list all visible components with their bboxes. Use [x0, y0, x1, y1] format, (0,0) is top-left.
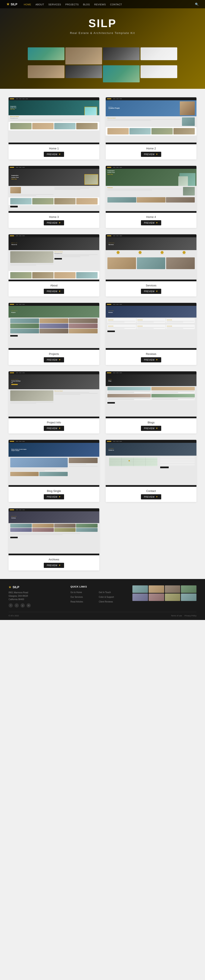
preview-btn-reviews[interactable]: PREVIEW ▼	[141, 357, 161, 363]
nav-link-contact[interactable]: CONTACT	[110, 3, 122, 6]
footer-gallery-item-4	[181, 585, 197, 593]
footer-link-item: Go to Home	[70, 590, 96, 594]
footer-link-item: Get In Touch	[99, 590, 124, 594]
preview-btn-blogsingle[interactable]: PREVIEW ▼	[44, 494, 64, 500]
preview-btn-home2[interactable]: PREVIEW ▼	[141, 152, 161, 157]
nav-item-services[interactable]: SERVICES	[48, 2, 61, 6]
preview-btn-blogs[interactable]: PREVIEW ▼	[141, 426, 161, 431]
mini-blog-grid	[106, 386, 197, 401]
linkedin-icon[interactable]: in	[27, 603, 31, 608]
mini-hero-projects: PROJECTS Projects	[8, 306, 99, 318]
mini-nav-blogsingle	[8, 440, 99, 443]
template-name-home3: Home 3	[12, 215, 96, 218]
mini-hero-about: ABOUT US About Us	[8, 237, 99, 250]
template-info-contact: Contact PREVIEW ▼	[106, 487, 197, 502]
youtube-icon[interactable]: y	[21, 603, 25, 608]
footer-link-contact[interactable]: Get In Touch	[99, 591, 111, 593]
template-preview-home1: Imagination Comes True With Silp We are …	[8, 97, 99, 144]
template-info-projects: Projects PREVIEW ▼	[8, 350, 99, 365]
preview-btn-home3[interactable]: PREVIEW ▼	[44, 220, 64, 225]
mini-hero-blogsingle: Stress utrices sit amet magnatempor volu…	[8, 443, 99, 457]
preview-btn-about[interactable]: PREVIEW ▼	[44, 289, 64, 294]
instagram-icon[interactable]: i	[14, 603, 19, 608]
footer-link-services[interactable]: Our Services	[70, 596, 83, 598]
logo-star-icon: ★	[6, 2, 10, 6]
templates-grid: Imagination Comes True With Silp We are …	[8, 97, 197, 570]
template-projects: PROJECTS Projects	[8, 303, 99, 365]
footer-link-reviews[interactable]: Client Reviews	[99, 601, 113, 603]
footer-link-home[interactable]: Go to Home	[70, 591, 82, 593]
nav-link-services[interactable]: SERVICES	[48, 3, 61, 6]
footer-privacy-link[interactable]: Privacy Policy	[184, 615, 197, 617]
nav-logo[interactable]: ★ SILP	[6, 2, 17, 6]
template-about: ABOUT US About Us We are an Awa	[8, 234, 99, 296]
template-name-about: About	[12, 284, 96, 287]
nav-item-contact[interactable]: CONTACT	[110, 2, 122, 6]
map-pin-icon	[129, 460, 130, 461]
mini-nav-home1	[8, 97, 99, 100]
mini-nav-home3	[8, 166, 99, 169]
template-home3: ImaginationComes TrueWith Silp	[8, 166, 99, 228]
nav-item-reviews[interactable]: REVIEWS	[94, 2, 106, 6]
mockup-grid	[28, 48, 177, 83]
mini-nav-about	[8, 234, 99, 237]
nav-item-blog[interactable]: BLOG	[83, 2, 90, 6]
footer-gallery-item-2	[149, 585, 164, 593]
preview-arrow-icon: ▼	[59, 153, 61, 156]
mini-hero-home1: Imagination Comes True With Silp	[8, 100, 99, 115]
nav-link-projects[interactable]: PROJECTS	[65, 3, 79, 6]
preview-btn-home4[interactable]: PREVIEW ▼	[141, 220, 161, 225]
hero-subtitle: Real Estate & Architecture Template Kit	[4, 31, 201, 35]
search-icon[interactable]: 🔍	[195, 3, 199, 6]
footer-link-articles[interactable]: Read Articles	[70, 601, 83, 603]
template-preview-contact: CONTACT Contact us	[106, 440, 197, 487]
nav-item-projects[interactable]: PROJECTS	[65, 2, 79, 6]
mini-archives-grid	[8, 523, 99, 533]
footer-logo: ★ SILP	[8, 585, 62, 589]
footer-gallery-item-7	[165, 593, 180, 601]
preview-btn-projectinfo[interactable]: PREVIEW ▼	[44, 426, 64, 431]
mini-nav-contact	[106, 440, 197, 443]
preview-arrow-icon-blogs: ▼	[156, 427, 158, 430]
footer-gallery	[132, 585, 197, 608]
logo-text: SILP	[11, 3, 17, 6]
nav-link-home[interactable]: HOME	[24, 3, 31, 6]
nav-link-reviews[interactable]: REVIEWS	[94, 3, 106, 6]
nav-item-about[interactable]: ABOUT	[35, 2, 44, 6]
template-info-blogs: Blogs PREVIEW ▼	[106, 418, 197, 433]
template-preview-home4: ImaginationComes TrueWith Silp Realestat…	[106, 166, 197, 213]
mockup-card-8	[140, 65, 177, 78]
template-name-archives: Archives	[12, 558, 96, 561]
mini-map	[109, 458, 157, 466]
preview-btn-services[interactable]: PREVIEW ▼	[141, 289, 161, 294]
mini-nav-home4	[106, 166, 197, 169]
mini-nav-reviews	[106, 303, 197, 306]
footer-gallery-item-5	[132, 593, 148, 601]
preview-btn-archives[interactable]: PREVIEW ▼	[44, 563, 64, 568]
nav-link-blog[interactable]: BLOG	[83, 3, 90, 6]
preview-btn-home1[interactable]: PREVIEW ▼	[44, 152, 64, 157]
template-archives: ARCHIVE Archives	[8, 508, 99, 570]
mini-hero-projectinfo: Construction Turnkey Buildingsetc	[8, 374, 99, 389]
mini-nav-home2	[106, 97, 197, 100]
template-info-home1: Home 1 PREVIEW ▼	[8, 144, 99, 159]
facebook-icon[interactable]: f	[8, 603, 13, 608]
nav-item-home[interactable]: HOME	[24, 2, 31, 6]
mini-services-icons	[106, 250, 197, 257]
template-preview-archives: ARCHIVE Archives	[8, 508, 99, 555]
preview-btn-contact[interactable]: PREVIEW ▼	[141, 494, 161, 500]
template-name-contact: Contact	[109, 489, 193, 493]
preview-arrow-icon-blogsingle: ▼	[59, 495, 61, 498]
footer-terms-link[interactable]: Terms of use	[171, 615, 182, 617]
footer-gallery-item-8	[181, 593, 197, 601]
template-name-services: Services	[109, 284, 193, 287]
template-blogs: BLOG Blogs	[106, 371, 197, 433]
nav-link-about[interactable]: ABOUT	[35, 3, 44, 6]
template-name-projects: Projects	[12, 352, 96, 356]
template-info-home4: Home 4 PREVIEW ▼	[106, 213, 197, 228]
preview-arrow-icon-4: ▼	[156, 221, 158, 224]
footer-link-support[interactable]: Color & Support	[99, 596, 114, 598]
template-info-home3: Home 3 PREVIEW ▼	[8, 213, 99, 228]
preview-btn-projects[interactable]: PREVIEW ▼	[44, 357, 64, 363]
preview-arrow-icon-projects: ▼	[59, 358, 61, 361]
